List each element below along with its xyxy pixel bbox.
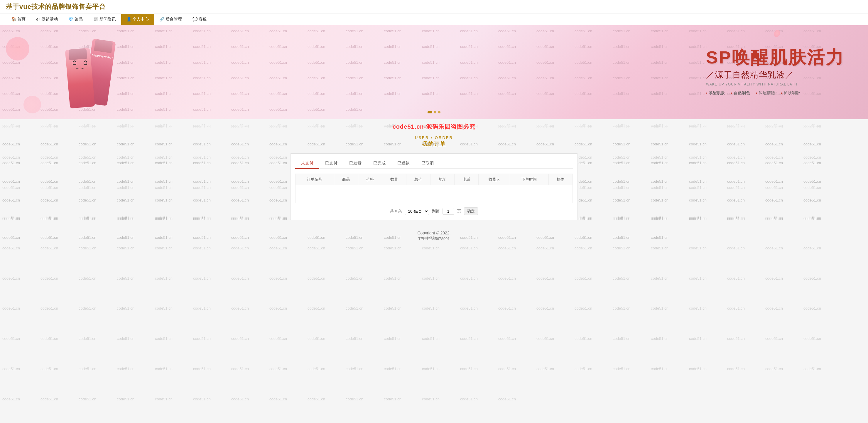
page-total: 共 0 条 [390,208,402,214]
watermark-cell: code51.cn [420,41,458,56]
watermark-cell: code51.cn [191,72,229,88]
tab-refunded[interactable]: 已退款 [392,158,415,169]
page-goto-input[interactable] [442,208,454,215]
nav-item-admin[interactable]: 🔗 后台管理 [154,14,187,25]
dot-2[interactable] [434,111,436,113]
watermark-cell: code51.cn [496,302,534,332]
page-size-select[interactable]: 10 条/页20 条/页50 条/页 [405,208,429,215]
watermark-cell: code51.cn [153,25,191,41]
watermark-cell: code51.cn [38,272,76,302]
watermark-cell: code51.cn [343,393,381,423]
footer-tel: TEL:12345678901 [0,236,868,241]
watermark-cell: code51.cn [534,272,572,302]
table-col-商品: 商品 [334,174,358,185]
watermark-cell: code51.cn [725,363,763,393]
nav-item-personal[interactable]: 👤 个人中心 [121,14,154,25]
watermark-cell: code51.cn [191,57,229,72]
page-confirm-button[interactable]: 确定 [464,207,478,215]
watermark-cell: code51.cn [305,363,343,393]
watermark-cell: code51.cn [420,363,458,393]
watermark-cell: code51.cn [76,363,115,393]
watermark-cell: code51.cn [534,25,572,41]
table-col-操作: 操作 [549,174,572,185]
tab-completed[interactable]: 已完成 [367,158,392,169]
watermark-cell: code51.cn [649,41,687,56]
watermark-cell: code51.cn [763,302,801,332]
eye-right [84,60,87,65]
watermark-cell: code51.cn [420,272,458,302]
watermark-cell: code51.cn [610,363,649,393]
watermark-cell: code51.cn [191,88,229,104]
dot-3[interactable] [438,111,440,113]
watermark-cell: code51.cn [534,41,572,56]
dots-indicator[interactable] [428,111,440,113]
watermark-cell: code51.cn [115,393,153,423]
decorative-blob-2 [24,96,41,113]
watermark-cell: code51.cn [267,393,305,423]
watermark-cell: code51.cn [572,41,610,56]
banner-feature: 护肤润滑 [781,90,800,96]
watermark-cell: code51.cn [458,57,496,72]
watermark-cell: code51.cn [610,41,649,56]
watermark-cell: code51.cn [801,332,839,363]
tab-cancelled[interactable]: 已取消 [415,158,440,169]
order-title: 我的订单 [0,140,868,147]
watermark-cell: code51.cn [343,25,381,41]
watermark-cell: code51.cn [763,272,801,302]
watermark-cell: code51.cn [610,57,649,72]
banner-feature: 唤醒肌肤 [706,90,725,96]
watermark-cell: code51.cn [305,393,343,423]
watermark-cell: code51.cn [763,363,801,393]
watermark-cell: code51.cn [38,393,76,423]
order-label: USER / ORDER [0,135,868,140]
watermark-cell: code51.cn [801,25,839,41]
watermark-cell: code51.cn [381,72,420,88]
watermark-cell: code51.cn [496,393,534,423]
watermark-cell: code51.cn [687,363,725,393]
site-title: 基于vue技术的品牌银饰售卖平台 [6,2,862,11]
watermark-cell: code51.cn [458,302,496,332]
page-wrapper: code51.cncode51.cncode51.cncode51.cncode… [0,119,868,250]
watermark-cell: code51.cn [420,72,458,88]
watermark-cell: code51.cn [305,88,343,104]
dot-1[interactable] [428,111,432,113]
watermark-cell: code51.cn [496,363,534,393]
watermark-cell: code51.cn [725,272,763,302]
watermark-cell: code51.cn [534,88,572,104]
watermark-cell: code51.cn [343,57,381,72]
nav-item-home[interactable]: 🏠 首页 [6,14,31,25]
watermark-cell: code51.cn [229,393,267,423]
watermark-cell: code51.cn [572,25,610,41]
order-section-header: USER / ORDER 我的订单 [0,133,868,149]
watermark-cell: code51.cn [534,302,572,332]
watermark-cell: code51.cn [687,302,725,332]
table-col-价格: 价格 [358,174,382,185]
watermark-cell: code51.cn [153,302,191,332]
watermark-cell: code51.cn [458,363,496,393]
watermark-cell: code51.cn [38,332,76,363]
watermark-cell: code51.cn [420,57,458,72]
watermark-cell: code51.cn [229,72,267,88]
watermark-cell: code51.cn [572,57,610,72]
watermark-cell: code51.cn [267,41,305,56]
tab-unpaid[interactable]: 未支付 [295,158,319,169]
nav-item-promo[interactable]: 🏷 促销活动 [31,14,63,25]
watermark-cell: code51.cn [649,363,687,393]
watermark-cell: code51.cn [725,332,763,363]
nav-item-jewelry[interactable]: 💎 饰品 [63,14,88,25]
watermark-cell: code51.cn [343,302,381,332]
watermark-cell: code51.cn [305,57,343,72]
nav-item-service[interactable]: 💬 客服 [187,14,212,25]
page-unit: 页 [457,208,461,214]
tab-shipped[interactable]: 已发货 [343,158,367,169]
watermark-cell: code51.cn [496,57,534,72]
watermark-cell: code51.cn [649,88,687,104]
nav-item-news[interactable]: 📰 新闻资讯 [88,14,121,25]
piracy-warning: code51.cn-源码乐园盗图必究 [0,119,868,133]
banner-feature: 深层清洁 [756,90,775,96]
decorative-blob-3 [773,29,781,37]
watermark-cell: code51.cn [725,302,763,332]
tab-paid[interactable]: 已支付 [319,158,343,169]
watermark-cell: code51.cn [229,272,267,302]
watermark-cell: code51.cn [572,302,610,332]
